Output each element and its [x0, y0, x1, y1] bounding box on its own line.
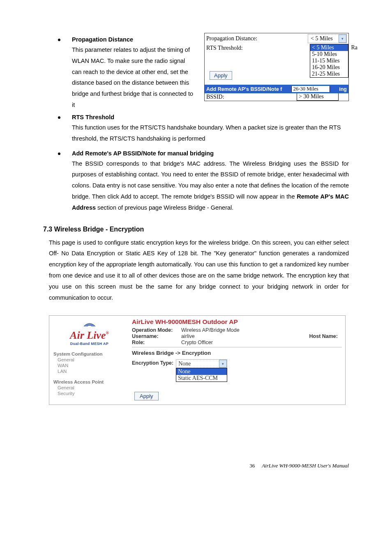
airlive-logo: Air Live® Dual-Band MESH AP [53, 320, 125, 346]
page-footer: 36 AirLive WH-9000-MESH User's Manual [43, 462, 349, 469]
bssid-label: BSSID: [205, 93, 297, 101]
chevron-down-icon: ▾ [339, 35, 346, 43]
username-label: Username: [132, 333, 181, 339]
enc-option-none[interactable]: None [176, 368, 227, 375]
nav-wap-general[interactable]: General [58, 385, 125, 390]
hostname-label: Host Name: [309, 333, 338, 339]
chevron-down-icon: ▾ [219, 360, 227, 368]
rts-heading: RTS Threshold [72, 114, 114, 120]
option-21-25[interactable]: 21-25 Miles [310, 71, 348, 77]
role-label: Role: [132, 340, 181, 345]
device-title: AirLive WH-9000MESH Outdoor AP [132, 318, 342, 326]
option-lt5[interactable]: < 5 Miles [310, 44, 348, 51]
addremote-body: The BSSID corresponds to that bridge's M… [72, 158, 349, 213]
option-16-20[interactable]: 16-20 Miles [310, 64, 348, 71]
logo-arc-icon [83, 320, 97, 328]
option-26-30[interactable]: 26-30 Miles [291, 86, 330, 92]
encryption-type-label: Encryption Type: [132, 359, 173, 366]
propagation-heading: Propagation Distance [72, 36, 133, 43]
breadcrumb: Wireless Bridge -> Encryption [132, 350, 342, 356]
option-11-15[interactable]: 11-15 Miles [310, 58, 348, 64]
nav-group-system: System Configuration [53, 352, 125, 356]
nav-general[interactable]: General [58, 357, 125, 362]
username-value: airlive [181, 333, 309, 339]
encryption-type-options[interactable]: None Static AES-CCM [176, 368, 227, 382]
propagation-body: This parameter relates to adjust the tim… [72, 44, 195, 111]
section-7-3-heading: 7.3 Wireless Bridge - Encryption [43, 226, 349, 233]
rts-threshold-label: RTS Threshold: [206, 45, 308, 51]
propagation-screenshot: Propagation Distance: < 5 Miles ▾ RTS Th… [204, 33, 349, 101]
opmode-label: Operation Mode: [132, 327, 181, 333]
propagation-distance-options[interactable]: < 5 Miles 5-10 Miles 11-15 Miles 16-20 M… [310, 44, 348, 78]
encryption-type-select[interactable]: None ▾ [176, 359, 227, 368]
nav-wap-security[interactable]: Security [58, 391, 125, 396]
page-number: 36 [249, 462, 255, 469]
addremote-heading: Add Remote's AP BSSID/Note for manual br… [72, 150, 214, 157]
apply-button[interactable]: Apply [134, 392, 159, 400]
bullet-icon [58, 153, 60, 155]
option-gt30[interactable]: > 30 Miles [297, 93, 339, 101]
option-5-10[interactable]: 5-10 Miles [310, 51, 348, 58]
nav-wan[interactable]: WAN [58, 363, 125, 368]
add-remote-header: Add Remote AP's BSSID/Note f 26-30 Miles… [205, 85, 348, 93]
propagation-distance-select[interactable]: < 5 Miles ▾ [308, 34, 347, 43]
propagation-distance-label: Propagation Distance: [206, 35, 308, 42]
encryption-screenshot: Air Live® Dual-Band MESH AP System Confi… [49, 315, 346, 405]
bullet-icon [58, 39, 60, 41]
apply-button[interactable]: Apply [210, 71, 232, 80]
manual-title: AirLive WH-9000-MESH User's Manual [262, 462, 349, 469]
cutoff-text-ra: Ra [351, 44, 357, 51]
role-value: Crypto Officer [181, 340, 342, 345]
nav-group-wap: Wireless Access Point [53, 379, 125, 384]
nav-lan[interactable]: LAN [58, 369, 125, 374]
section-7-3-body: This page is used to configure static en… [49, 237, 349, 303]
bullet-icon [58, 116, 60, 119]
enc-option-aes[interactable]: Static AES-CCM [176, 375, 227, 382]
rts-body: This function uses for the RTS/CTS hands… [72, 122, 349, 144]
opmode-value: Wireless AP/Bridge Mode [181, 327, 342, 333]
